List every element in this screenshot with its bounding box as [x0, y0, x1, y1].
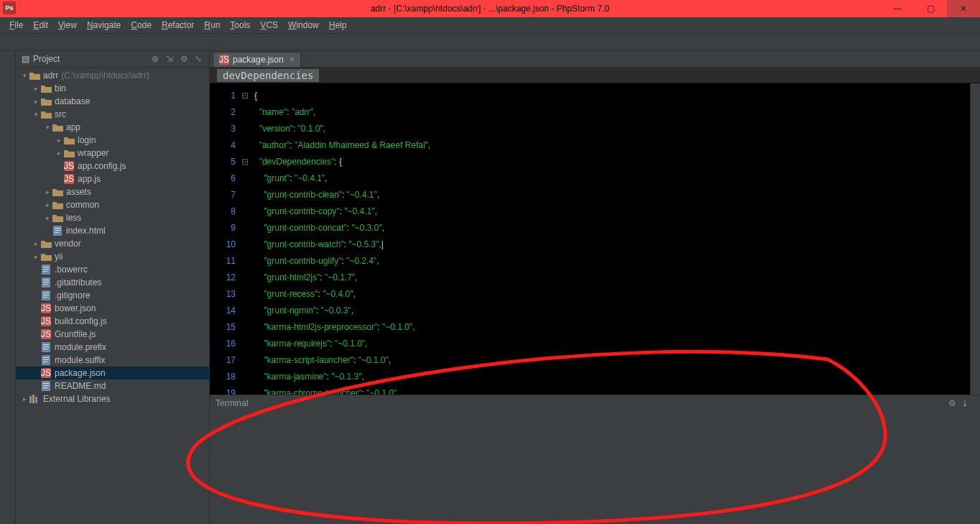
menu-tools[interactable]: Tools	[225, 20, 255, 30]
terminal-gear-icon[interactable]: ⚙	[948, 398, 961, 408]
folder-icon	[52, 187, 63, 197]
fold-marker	[240, 170, 250, 187]
chevron-icon[interactable]: ▾	[32, 111, 40, 118]
menu-navigate[interactable]: Navigate	[82, 20, 126, 30]
project-tree[interactable]: ▾adrr(C:\xampp\htdocs\adrr)▸bin▸database…	[16, 68, 209, 524]
chevron-icon[interactable]: ▸	[32, 240, 40, 247]
hide-icon[interactable]: ⤡	[192, 52, 205, 65]
chevron-icon[interactable]: ▸	[55, 150, 63, 157]
project-sidebar: ▤ Project ⊕ ⇲ ⚙ ⤡ ▾adrr(C:\xampp\htdocs\…	[16, 51, 210, 524]
js-icon: JS	[40, 329, 52, 339]
tree-item-external-libraries[interactable]: ▸External Libraries	[16, 392, 209, 405]
chevron-icon[interactable]: ▸	[32, 85, 40, 92]
tree-item-database[interactable]: ▸database	[16, 95, 209, 108]
project-icon: ▤	[20, 54, 30, 64]
svg-rect-5	[55, 228, 60, 229]
tree-item-build-config-js[interactable]: JSbuild.config.js	[16, 315, 209, 328]
tree-item-adrr[interactable]: ▾adrr(C:\xampp\htdocs\adrr)	[16, 69, 209, 82]
chevron-icon[interactable]: ▸	[20, 395, 29, 403]
fold-marker[interactable]: ⊟	[240, 88, 250, 104]
close-button[interactable]: ✕	[947, 0, 980, 17]
tree-item-package-json[interactable]: JSpackage.json	[16, 367, 209, 380]
fold-marker	[240, 270, 250, 286]
folder-icon	[52, 122, 63, 132]
menu-window[interactable]: Window	[283, 20, 324, 30]
menu-refactor[interactable]: Refactor	[157, 20, 199, 30]
tree-item-src[interactable]: ▾src	[16, 108, 209, 121]
tree-item-wrapper[interactable]: ▸wrapper	[16, 147, 209, 160]
chevron-icon[interactable]: ▸	[55, 137, 63, 144]
chevron-icon[interactable]: ▸	[43, 188, 52, 196]
tree-item--gitignore[interactable]: .gitignore	[16, 289, 209, 302]
tree-item-app-js[interactable]: JSapp.js	[16, 173, 209, 185]
file-icon	[40, 290, 52, 300]
menu-run[interactable]: Run	[199, 20, 225, 30]
fold-marker[interactable]: ⊟	[240, 154, 250, 170]
tree-item-assets[interactable]: ▸assets	[16, 185, 209, 198]
code-editor[interactable]: 12345678910111213141516171819 ⊟⊟ { "name…	[210, 83, 980, 395]
chevron-icon[interactable]: ▸	[32, 253, 40, 260]
tree-label: app	[66, 122, 80, 132]
tree-item-app[interactable]: ▾app	[16, 121, 209, 134]
minimize-button[interactable]: —	[881, 0, 914, 17]
menu-help[interactable]: Help	[324, 20, 352, 30]
tree-label: database	[55, 96, 90, 106]
tab-close-icon[interactable]: ×	[290, 55, 295, 65]
chevron-icon[interactable]: ▸	[43, 214, 52, 221]
tree-item-readme-md[interactable]: README.md	[16, 380, 209, 392]
tree-label: bin	[55, 83, 66, 93]
tree-item-common[interactable]: ▸common	[16, 198, 209, 211]
maximize-button[interactable]: ▢	[914, 0, 947, 17]
tree-item-vendor[interactable]: ▸vendor	[16, 237, 209, 250]
tree-item-app-config-js[interactable]: JSapp.config.js	[16, 160, 209, 173]
breadcrumb-item[interactable]: devDependencies	[217, 69, 319, 82]
tree-label: app.js	[78, 174, 101, 184]
svg-rect-37	[43, 383, 49, 384]
fold-gutter[interactable]: ⊟⊟	[240, 83, 250, 395]
chevron-icon[interactable]: ▾	[20, 72, 29, 79]
fold-marker	[240, 385, 250, 395]
js-icon: JS	[40, 303, 52, 313]
fold-marker	[240, 104, 250, 121]
tree-item--gitattributes[interactable]: .gitattributes	[16, 276, 209, 289]
fold-marker	[240, 253, 250, 270]
chevron-icon[interactable]: ▸	[32, 98, 40, 105]
tree-item-yii[interactable]: ▸yii	[16, 250, 209, 263]
menu-edit[interactable]: Edit	[28, 20, 53, 30]
menu-code[interactable]: Code	[126, 20, 157, 30]
tree-item-bower-json[interactable]: JSbower.json	[16, 302, 209, 315]
tab-package-json[interactable]: JS package.json ×	[213, 52, 301, 67]
menu-vcs[interactable]: VCS	[255, 20, 283, 30]
chevron-icon[interactable]: ▾	[43, 124, 52, 131]
file-icon	[40, 277, 52, 288]
tree-item-module-prefix[interactable]: module.prefix	[16, 341, 209, 354]
fold-marker	[240, 236, 250, 253]
file-icon	[40, 342, 52, 352]
tree-item--bowerrc[interactable]: .bowerrc	[16, 263, 209, 276]
svg-rect-33	[43, 362, 47, 362]
tree-item-gruntfile-js[interactable]: JSGruntfile.js	[16, 328, 209, 341]
left-tool-stripe[interactable]	[0, 51, 16, 524]
tree-label: common	[66, 200, 99, 210]
gear-icon[interactable]: ⚙	[177, 52, 190, 65]
menu-file[interactable]: File	[4, 20, 28, 30]
tree-label: less	[66, 213, 81, 223]
library-icon	[29, 394, 40, 404]
tree-item-login[interactable]: ▸login	[16, 134, 209, 147]
folder-icon	[40, 239, 52, 249]
tree-item-index-html[interactable]: index.html	[16, 224, 209, 237]
editor-area: JS package.json × devDependencies 123456…	[210, 51, 980, 524]
locate-icon[interactable]: ⊕	[149, 52, 162, 65]
terminal-hide-icon[interactable]: ⤓	[961, 398, 974, 408]
collapse-icon[interactable]: ⇲	[163, 52, 176, 65]
terminal-panel[interactable]: Terminal ⚙ ⤓	[210, 395, 980, 524]
chevron-icon[interactable]: ▸	[43, 201, 52, 208]
tree-item-module-suffix[interactable]: module.suffix	[16, 354, 209, 367]
tree-item-bin[interactable]: ▸bin	[16, 82, 209, 95]
tree-item-less[interactable]: ▸less	[16, 211, 209, 224]
code-content[interactable]: { "name": "adrr", "version": "0.1.0", "a…	[250, 83, 970, 395]
svg-rect-41	[32, 395, 34, 403]
svg-rect-28	[43, 346, 49, 347]
fold-marker	[240, 369, 250, 385]
menu-view[interactable]: View	[53, 20, 82, 30]
